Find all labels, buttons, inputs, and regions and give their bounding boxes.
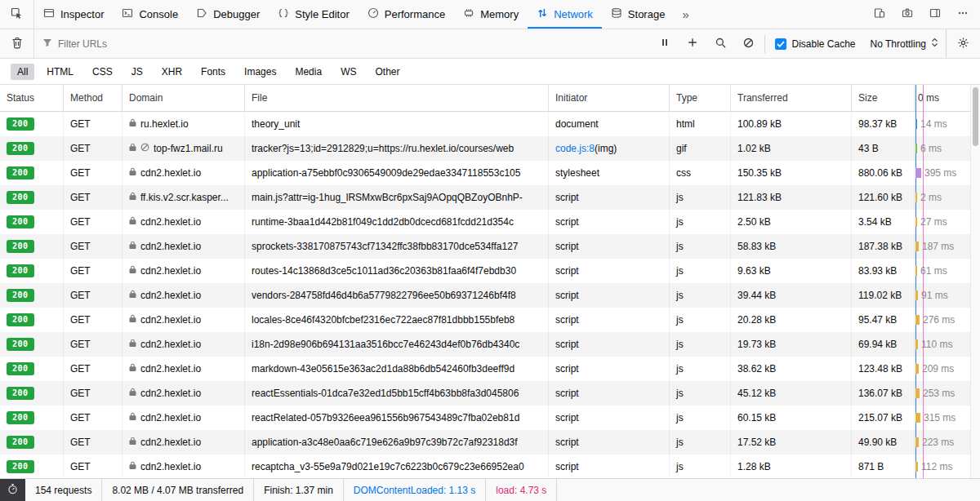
column-header-type[interactable]: Type xyxy=(670,85,731,111)
status-badge: 200 xyxy=(7,289,34,302)
size-cell: 69.94 kB xyxy=(852,332,915,357)
initiator-text: script xyxy=(555,265,579,277)
filter-images[interactable]: Images xyxy=(238,64,283,80)
column-header-size[interactable]: Size xyxy=(852,85,915,111)
initiator-cell: stylesheet xyxy=(549,161,670,185)
column-header-file[interactable]: File xyxy=(245,85,549,111)
size-cell: 83.93 kB xyxy=(852,259,915,283)
table-row[interactable]: 200 GET cdn2.hexlet.io reactEssentials-0… xyxy=(0,381,980,406)
table-row[interactable]: 200 GET cdn2.hexlet.io runtime-3baa1d442… xyxy=(0,210,980,234)
pause-traffic-button[interactable] xyxy=(651,29,679,58)
lock-icon xyxy=(129,265,136,277)
waterfall-time: 91 ms xyxy=(921,290,948,301)
clear-requests-button[interactable] xyxy=(0,29,34,58)
filter-html[interactable]: HTML xyxy=(40,64,80,80)
performance-analysis-button[interactable] xyxy=(0,479,25,501)
devtools-window: Inspector Console Debugger Style Editor … xyxy=(0,0,980,501)
throttling-select[interactable]: No Throttling xyxy=(863,29,946,58)
column-header-transferred[interactable]: Transferred xyxy=(731,85,852,111)
filter-js[interactable]: JS xyxy=(125,64,149,80)
size-cell: 187.38 kB xyxy=(852,234,915,259)
initiator-text: script xyxy=(555,461,579,472)
waterfall-bar xyxy=(915,315,920,325)
devtools-menu-button[interactable] xyxy=(949,0,977,29)
status-cell: 200 xyxy=(0,136,64,161)
network-settings-button[interactable] xyxy=(946,29,980,58)
initiator-text: script xyxy=(555,290,579,301)
new-request-button[interactable] xyxy=(679,29,706,58)
filter-xhr[interactable]: XHR xyxy=(155,64,189,80)
table-row[interactable]: 200 GET cdn2.hexlet.io routes-14c13868d3… xyxy=(0,259,980,283)
table-row[interactable]: 200 GET cdn2.hexlet.io application-a3c48… xyxy=(0,430,980,454)
file-cell: application-a75ebbf0c9306549009de29edae3… xyxy=(245,161,549,185)
file-cell: locales-8ce46f4320bfcbef2316ec722aec87f8… xyxy=(245,308,549,332)
table-row[interactable]: 200 GET cdn2.hexlet.io i18n-2d98e906b694… xyxy=(0,332,980,357)
status-cell: 200 xyxy=(0,259,64,283)
tab-console[interactable]: Console xyxy=(113,0,187,29)
more-tools-button[interactable]: » xyxy=(674,0,697,29)
filter-ws[interactable]: WS xyxy=(334,64,363,80)
vertical-scrollbar[interactable] xyxy=(970,85,980,478)
filter-media[interactable]: Media xyxy=(288,64,328,80)
transferred-cell: 19.73 kB xyxy=(731,332,852,357)
block-icon xyxy=(743,38,754,51)
block-requests-button[interactable] xyxy=(734,29,762,58)
waterfall-bar xyxy=(915,168,921,178)
disable-cache-control[interactable]: Disable Cache xyxy=(768,29,862,58)
lock-icon xyxy=(129,167,136,179)
dock-side-icon xyxy=(929,7,941,21)
transferred-cell: 60.15 kB xyxy=(731,406,852,430)
column-header-status[interactable]: Status xyxy=(0,85,64,111)
waterfall-time: 276 ms xyxy=(923,314,955,326)
table-row[interactable]: 200 GET cdn2.hexlet.io vendors-284758fd4… xyxy=(0,283,980,308)
table-row[interactable]: 200 GET cdn2.hexlet.io locales-8ce46f432… xyxy=(0,308,980,332)
chevron-double-right-icon: » xyxy=(682,7,688,21)
tab-memory[interactable]: Memory xyxy=(454,0,528,29)
table-row[interactable]: 200 GET top-fwz1.mail.ru tracker?js=13;i… xyxy=(0,136,980,161)
status-cell: 200 xyxy=(0,185,64,210)
dock-button[interactable] xyxy=(921,0,949,29)
network-icon xyxy=(537,7,548,21)
table-row[interactable]: 200 GET cdn2.hexlet.io reactRelated-057b… xyxy=(0,406,980,430)
method-cell: GET xyxy=(64,185,122,210)
filter-urls-input[interactable] xyxy=(58,38,643,50)
table-row[interactable]: 200 GET ru.hexlet.io theory_unit documen… xyxy=(0,112,980,136)
pick-element-button[interactable] xyxy=(0,0,34,29)
tab-performance[interactable]: Performance xyxy=(359,0,454,29)
filter-fonts[interactable]: Fonts xyxy=(194,64,232,80)
initiator-text: script xyxy=(555,241,579,252)
status-cell: 200 xyxy=(0,112,64,136)
status-badge: 200 xyxy=(7,215,34,228)
column-header-method[interactable]: Method xyxy=(64,85,122,111)
lock-icon xyxy=(129,143,136,154)
domain-text: cdn2.hexlet.io xyxy=(140,437,201,448)
screenshot-button[interactable] xyxy=(893,0,921,29)
disable-cache-checkbox[interactable] xyxy=(775,38,786,50)
tab-style-editor[interactable]: Style Editor xyxy=(269,0,358,29)
domain-text: top-fwz1.mail.ru xyxy=(154,143,223,154)
tab-storage[interactable]: Storage xyxy=(602,0,675,29)
table-row[interactable]: 200 GET cdn2.hexlet.io sprockets-3381708… xyxy=(0,234,980,259)
filter-all[interactable]: All xyxy=(11,64,34,80)
filter-css[interactable]: CSS xyxy=(86,64,119,80)
tab-inspector[interactable]: Inspector xyxy=(34,0,113,29)
table-row[interactable]: 200 GET cdn2.hexlet.io application-a75eb… xyxy=(0,161,980,185)
waterfall-bar xyxy=(915,144,917,153)
tab-debugger[interactable]: Debugger xyxy=(187,0,269,29)
table-row[interactable]: 200 GET cdn2.hexlet.io markdown-43e05615… xyxy=(0,357,980,381)
column-header-domain[interactable]: Domain xyxy=(122,85,245,111)
search-requests-button[interactable] xyxy=(706,29,734,58)
responsive-design-mode-button[interactable] xyxy=(866,0,893,29)
table-row[interactable]: 200 GET cdn2.hexlet.io recaptcha_v3-55e9… xyxy=(0,454,980,478)
tracker-icon xyxy=(140,143,149,154)
scrollbar-thumb[interactable] xyxy=(973,87,978,146)
initiator-cell: script xyxy=(549,234,670,259)
table-row[interactable]: 200 GET ff.kis.v2.scr.kasper... main.js?… xyxy=(0,185,980,210)
status-badge: 200 xyxy=(7,313,34,326)
tab-network[interactable]: Network xyxy=(528,0,602,29)
column-header-initiator[interactable]: Initiator xyxy=(549,85,670,111)
file-cell: recaptcha_v3-55e9a79d021e19c7c6223b0c679… xyxy=(245,454,549,478)
initiator-link[interactable]: code.js:8 xyxy=(555,143,595,154)
filter-other[interactable]: Other xyxy=(368,64,406,80)
requests-table: Status Method Domain File Initiator Type… xyxy=(0,85,980,478)
